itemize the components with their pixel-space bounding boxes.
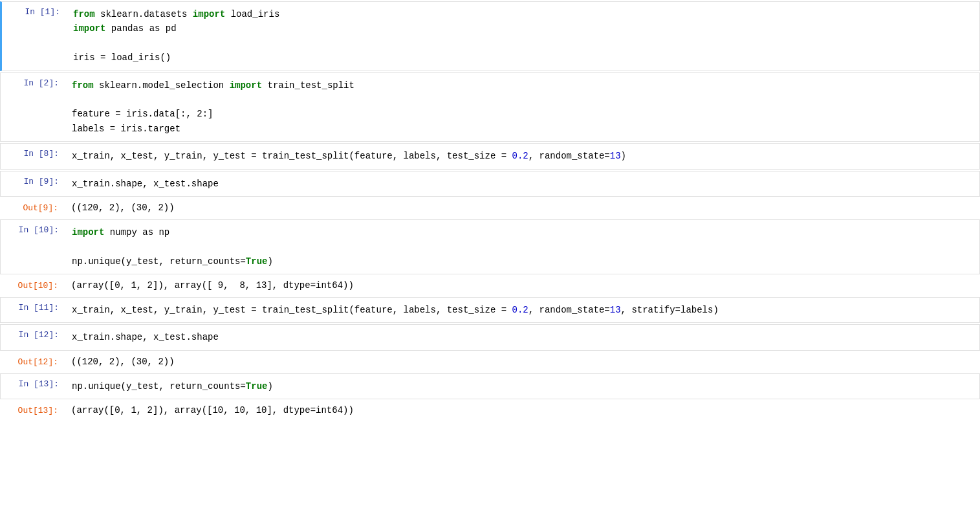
cell-1-content[interactable]: from sklearn.datasets import load_iris i… — [67, 2, 979, 71]
cell-13-label: In [13]: — [1, 374, 65, 399]
cell-9-output-label: Out[9]: — [0, 198, 65, 218]
keyword: import — [230, 80, 262, 91]
keyword: import — [73, 23, 105, 34]
cell-10-content[interactable]: import numpy as np np.unique(y_test, ret… — [65, 220, 979, 274]
keyword: from — [72, 80, 94, 91]
cell-13[interactable]: In [13]: np.unique(y_test, return_counts… — [0, 373, 980, 399]
cell-10-output-content: (array([0, 1, 2]), array([ 9, 8, 13], dt… — [65, 276, 980, 296]
number: 13 — [610, 305, 621, 315]
cell-8[interactable]: In [8]: x_train, x_test, y_train, y_test… — [0, 143, 980, 169]
cell-10[interactable]: In [10]: import numpy as np np.unique(y_… — [0, 219, 980, 274]
cell-12[interactable]: In [12]: x_train.shape, x_test.shape — [0, 324, 980, 350]
cell-2-content[interactable]: from sklearn.model_selection import trai… — [65, 73, 979, 142]
cell-2[interactable]: In [2]: from sklearn.model_selection imp… — [0, 72, 980, 142]
cell-12-output-label: Out[12]: — [0, 352, 65, 372]
cell-12-output-content: ((120, 2), (30, 2)) — [65, 352, 980, 372]
number: 13 — [610, 151, 621, 161]
cell-13-output: Out[13]: (array([0, 1, 2]), array([10, 1… — [0, 401, 980, 421]
cell-8-content[interactable]: x_train, x_test, y_train, y_test = train… — [65, 144, 979, 168]
keyword: from — [73, 9, 95, 19]
cell-13-output-content: (array([0, 1, 2]), array([10, 10, 10], d… — [65, 401, 980, 421]
cell-12-label: In [12]: — [1, 325, 65, 349]
cell-9[interactable]: In [9]: x_train.shape, x_test.shape — [0, 171, 980, 197]
keyword: import — [193, 9, 225, 19]
number: 0.2 — [512, 151, 528, 161]
cell-10-label: In [10]: — [1, 220, 65, 274]
cell-2-label: In [2]: — [1, 73, 65, 142]
bool-true: True — [246, 256, 268, 267]
cell-8-label: In [8]: — [1, 144, 65, 168]
cell-13-output-label: Out[13]: — [0, 401, 65, 421]
as-keyword: as — [149, 23, 160, 34]
cell-10-output-label: Out[10]: — [0, 276, 65, 296]
cell-11-content[interactable]: x_train, x_test, y_train, y_test = train… — [65, 298, 979, 322]
cell-12-content[interactable]: x_train.shape, x_test.shape — [65, 325, 979, 349]
cell-11-label: In [11]: — [1, 298, 65, 322]
cell-9-content[interactable]: x_train.shape, x_test.shape — [65, 171, 979, 196]
number: 0.2 — [512, 305, 528, 315]
cell-1[interactable]: In [1]: from sklearn.datasets import loa… — [0, 1, 980, 71]
cell-9-output: Out[9]: ((120, 2), (30, 2)) — [0, 198, 980, 218]
cell-9-output-content: ((120, 2), (30, 2)) — [65, 198, 980, 218]
notebook: In [1]: from sklearn.datasets import loa… — [0, 1, 980, 519]
cell-1-label: In [1]: — [2, 2, 67, 71]
cell-9-label: In [9]: — [1, 171, 65, 196]
bool-true: True — [246, 381, 268, 392]
as-keyword: as — [142, 227, 153, 237]
cell-10-output: Out[10]: (array([0, 1, 2]), array([ 9, 8… — [0, 276, 980, 296]
cell-13-content[interactable]: np.unique(y_test, return_counts=True) — [65, 374, 979, 399]
cell-12-output: Out[12]: ((120, 2), (30, 2)) — [0, 352, 980, 372]
keyword: import — [72, 227, 104, 237]
cell-11[interactable]: In [11]: x_train, x_test, y_train, y_tes… — [0, 297, 980, 323]
